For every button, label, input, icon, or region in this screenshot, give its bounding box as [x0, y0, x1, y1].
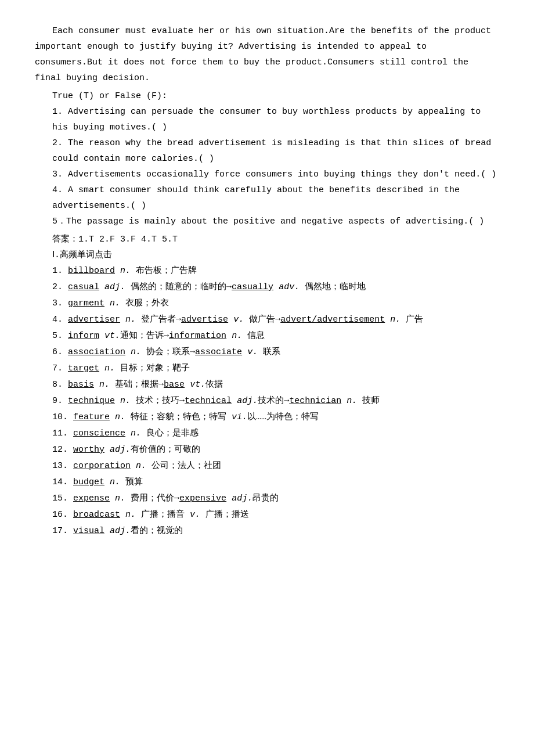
v15-rest: n. 费用；代价→expensive adj.昂贵的	[110, 494, 279, 503]
v10-num: 10.	[52, 412, 73, 422]
v11-rest: n. 良心；是非感	[125, 429, 199, 438]
v4-num: 4.	[52, 315, 68, 325]
v2-rest: adj. 偶然的；随意的；临时的→casually adv. 偶然地；临时地	[99, 282, 366, 292]
v5-num: 5.	[52, 331, 68, 341]
v16-word: broadcast	[73, 510, 120, 520]
v13-rest: n. 公司；法人；社团	[131, 461, 221, 471]
vocab-5: 5. inform vt.通知；告诉→information n. 信息	[35, 328, 499, 344]
v1-word: billboard	[68, 266, 115, 276]
q4-num: 4.	[52, 185, 68, 195]
vocab-list: 1. billboard n. 布告板；广告牌 2. casual adj. 偶…	[35, 263, 499, 539]
main-content: Each consumer must evaluate her or his o…	[35, 23, 499, 539]
v11-num: 11.	[52, 429, 73, 438]
q2-text: The reason why the bread advertisement i…	[52, 138, 491, 164]
v3-word: garment	[68, 298, 104, 308]
v5-rest: vt.通知；告诉→information n. 信息	[99, 331, 265, 341]
v14-rest: n. 预算	[104, 477, 143, 487]
answer-line: 答案：1.T 2.F 3.F 4.T 5.T	[35, 232, 499, 247]
vocab-7: 7. target n. 目标；对象；靶子	[35, 361, 499, 376]
q3-num: 3.	[52, 170, 68, 179]
q1-text: Advertising can persuade the consumer to…	[52, 107, 481, 132]
question-1: 1. Advertising can persuade the consumer…	[35, 104, 499, 135]
question-3: 3. Advertisements occasionally force con…	[35, 167, 499, 182]
vocab-12: 12. worthy adj.有价值的；可敬的	[35, 442, 499, 458]
vocab-4: 4. advertiser n. 登广告者→advertise v. 做广告→a…	[35, 312, 499, 327]
q5-num: 5．	[52, 217, 66, 226]
q4-text: A smart consumer should think carefully …	[52, 185, 460, 211]
v12-num: 12.	[52, 445, 73, 455]
v13-word: corporation	[73, 461, 131, 471]
questions-section: 1. Advertising can persuade the consumer…	[35, 104, 499, 229]
vocab-8: 8. basis n. 基础；根据→base vt.依据	[35, 377, 499, 393]
v3-num: 3.	[52, 298, 68, 308]
v12-rest: adj.有价值的；可敬的	[104, 445, 200, 455]
q2-num: 2.	[52, 138, 68, 148]
vocab-16: 16. broadcast n. 广播；播音 v. 广播；播送	[35, 507, 499, 523]
v7-rest: n. 目标；对象；靶子	[99, 363, 190, 373]
v15-num: 15.	[52, 494, 73, 503]
tf-label: True (T) or False (F):	[35, 88, 499, 104]
v17-rest: adj.看的；视觉的	[104, 526, 183, 536]
v7-num: 7.	[52, 363, 68, 373]
v17-word: visual	[73, 526, 104, 536]
v4-rest: n. 登广告者→advertise v. 做广告→advert/advertis…	[120, 315, 423, 325]
vocab-13: 13. corporation n. 公司；法人；社团	[35, 458, 499, 474]
v6-rest: n. 协会；联系→associate v. 联系	[125, 347, 280, 357]
v9-rest: n. 技术；技巧→technical adj.技术的→technician n.…	[115, 396, 380, 406]
v10-rest: n. 特征；容貌；特色；特写 vi.以……为特色；特写	[110, 412, 319, 422]
v2-num: 2.	[52, 282, 68, 292]
v8-word: basis	[68, 380, 94, 390]
vocab-15: 15. expense n. 费用；代价→expensive adj.昂贵的	[35, 491, 499, 506]
vocab-17: 17. visual adj.看的；视觉的	[35, 523, 499, 539]
q1-num: 1.	[52, 107, 68, 117]
v12-word: worthy	[73, 445, 104, 455]
v8-num: 8.	[52, 380, 68, 390]
intro-paragraph: Each consumer must evaluate her or his o…	[35, 23, 499, 86]
v13-num: 13.	[52, 461, 73, 471]
v10-word: feature	[73, 412, 110, 422]
v6-num: 6.	[52, 347, 68, 357]
vocab-section-title: Ⅰ.高频单词点击	[35, 247, 499, 263]
v3-rest: n. 衣服；外衣	[104, 298, 169, 308]
vocab-3: 3. garment n. 衣服；外衣	[35, 296, 499, 311]
vocab-2: 2. casual adj. 偶然的；随意的；临时的→casually adv.…	[35, 279, 499, 295]
v14-word: budget	[73, 477, 104, 487]
v4-word: advertiser	[68, 315, 120, 325]
v8-rest: n. 基础；根据→base vt.依据	[94, 380, 223, 390]
v16-num: 16.	[52, 510, 73, 520]
v16-rest: n. 广播；播音 v. 广播；播送	[120, 510, 249, 520]
v17-num: 17.	[52, 526, 73, 536]
v14-num: 14.	[52, 477, 73, 487]
vocab-14: 14. budget n. 预算	[35, 474, 499, 490]
question-2: 2. The reason why the bread advertisemen…	[35, 135, 499, 167]
vocab-11: 11. conscience n. 良心；是非感	[35, 426, 499, 441]
v2-word: casual	[68, 282, 99, 292]
v9-num: 9.	[52, 396, 68, 406]
question-5: 5．The passage is mainly about the positi…	[35, 214, 499, 229]
v5-word: inform	[68, 331, 99, 341]
vocab-9: 9. technique n. 技术；技巧→technical adj.技术的→…	[35, 393, 499, 409]
vocab-10: 10. feature n. 特征；容貌；特色；特写 vi.以……为特色；特写	[35, 409, 499, 425]
v11-word: conscience	[73, 429, 125, 438]
v1-num: 1.	[52, 266, 68, 276]
v9-word: technique	[68, 396, 115, 406]
v7-word: target	[68, 363, 99, 373]
v1-rest: n. 布告板；广告牌	[115, 266, 197, 276]
q3-text: Advertisements occasionally force consum…	[68, 170, 496, 179]
vocab-6: 6. association n. 协会；联系→associate v. 联系	[35, 344, 499, 360]
v15-word: expense	[73, 494, 110, 503]
v6-word: association	[68, 347, 125, 357]
vocab-1: 1. billboard n. 布告板；广告牌	[35, 263, 499, 279]
question-4: 4. A smart consumer should think careful…	[35, 182, 499, 214]
q5-text: The passage is mainly about the positive…	[66, 217, 484, 226]
